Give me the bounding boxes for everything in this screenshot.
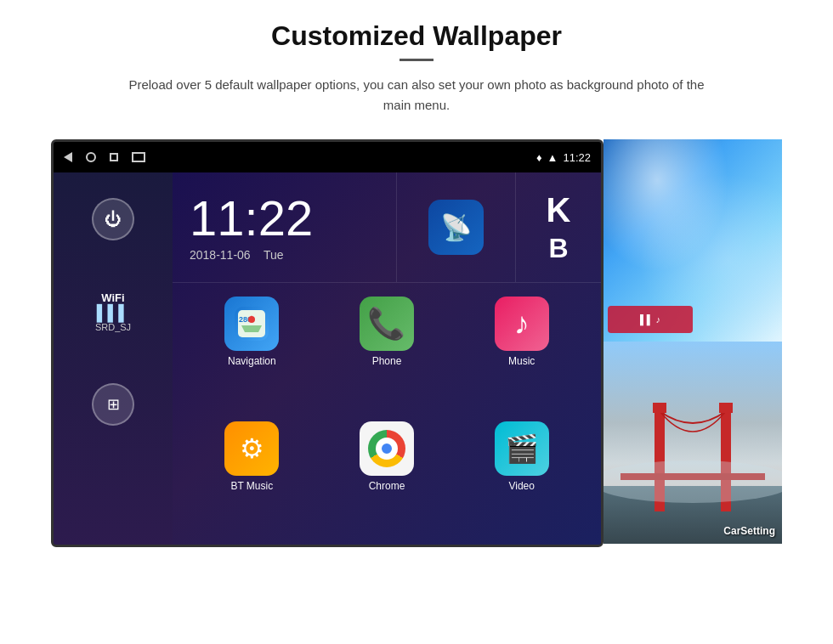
music-overlay-bar: ▌▌ ♪ — [640, 314, 660, 325]
home-icon[interactable] — [86, 152, 96, 162]
music-player-overlay: ▌▌ ♪ — [608, 306, 693, 333]
android-sidebar: ⏻ WiFi ▌▌▌ SRD_SJ ⊞ — [54, 172, 173, 547]
apps-grid: 280 Navigation 📞 — [173, 283, 601, 547]
wallpaper-bridge-label: CarSetting — [723, 525, 775, 537]
status-time: 11:22 — [563, 151, 591, 164]
title-divider — [400, 59, 434, 61]
signal-icon: ▲ — [547, 151, 558, 164]
status-right: ♦ ▲ 11:22 — [536, 151, 591, 164]
bt-music-label: BT Music — [230, 480, 273, 492]
chrome-center — [379, 441, 394, 456]
content-area: ♦ ▲ 11:22 ⏻ WiFi ▌▌▌ SRD_SJ ⊞ — [51, 139, 782, 547]
svg-point-11 — [604, 460, 782, 503]
clock-display: 11:22 — [190, 194, 396, 243]
image-icon[interactable] — [132, 152, 145, 162]
clock-section: 11:22 2018-11-06 Tue — [173, 172, 397, 282]
chrome-label: Chrome — [369, 480, 405, 492]
phone-label: Phone — [372, 355, 402, 367]
video-icon: 🎬 — [495, 421, 549, 476]
wallpaper-bridge[interactable]: CarSetting — [604, 342, 782, 544]
wifi-bars-icon: ▌▌▌ — [95, 304, 131, 322]
bridge-svg — [604, 342, 782, 544]
video-label: Video — [508, 480, 534, 492]
svg-rect-9 — [653, 403, 666, 413]
page-container: Customized Wallpaper Preload over 5 defa… — [0, 0, 833, 644]
top-info: 11:22 2018-11-06 Tue 📡 — [173, 172, 601, 283]
app-item-music[interactable]: ♪ Music — [459, 297, 584, 411]
page-subtitle: Preload over 5 default wallpaper options… — [119, 75, 714, 116]
wallpaper-panel: ▌▌ ♪ — [604, 139, 782, 544]
status-bar: ♦ ▲ 11:22 — [54, 142, 601, 172]
android-main: ⏻ WiFi ▌▌▌ SRD_SJ ⊞ 11:22 — [54, 172, 601, 547]
apps-grid-button[interactable]: ⊞ — [92, 383, 134, 426]
wallpaper-ice[interactable]: ▌▌ ♪ — [604, 139, 782, 342]
recent-icon[interactable] — [110, 153, 118, 161]
status-left — [64, 152, 145, 162]
navigation-label: Navigation — [228, 355, 276, 367]
phone-icon: 📞 — [360, 297, 414, 351]
wifi-label: WiFi — [95, 291, 131, 304]
back-icon[interactable] — [64, 152, 72, 162]
media-letter-b: B — [548, 233, 568, 264]
signal-antenna-icon: 📡 — [440, 212, 472, 242]
app-item-navigation[interactable]: 280 Navigation — [190, 297, 314, 411]
chrome-icon — [360, 421, 414, 476]
wifi-info: WiFi ▌▌▌ SRD_SJ — [95, 291, 131, 332]
svg-rect-1 — [238, 310, 265, 337]
bt-music-icon: ⚙ — [224, 421, 279, 476]
wifi-network-name: SRD_SJ — [95, 322, 131, 332]
music-icon: ♪ — [495, 297, 549, 351]
app-item-phone[interactable]: 📞 Phone — [325, 297, 450, 411]
app-item-video[interactable]: 🎬 Video — [459, 421, 584, 536]
clock-date: 2018-11-06 Tue — [190, 248, 396, 262]
media-letter-k: K — [547, 191, 571, 229]
signal-icon-box: 📡 — [428, 200, 484, 255]
svg-rect-10 — [719, 403, 733, 413]
android-screen: ♦ ▲ 11:22 ⏻ WiFi ▌▌▌ SRD_SJ ⊞ — [51, 139, 604, 547]
location-icon: ♦ — [536, 151, 542, 164]
app-item-bt-music[interactable]: ⚙ BT Music — [190, 421, 314, 536]
page-title: Customized Wallpaper — [271, 20, 562, 52]
app-item-chrome[interactable]: Chrome — [325, 421, 450, 536]
media-section: K B — [516, 172, 601, 282]
navigation-icon: 280 — [224, 297, 279, 351]
power-button[interactable]: ⏻ — [92, 198, 134, 240]
music-label: Music — [508, 355, 535, 367]
android-content: 11:22 2018-11-06 Tue 📡 — [173, 172, 601, 547]
signal-section: 📡 — [397, 172, 516, 282]
